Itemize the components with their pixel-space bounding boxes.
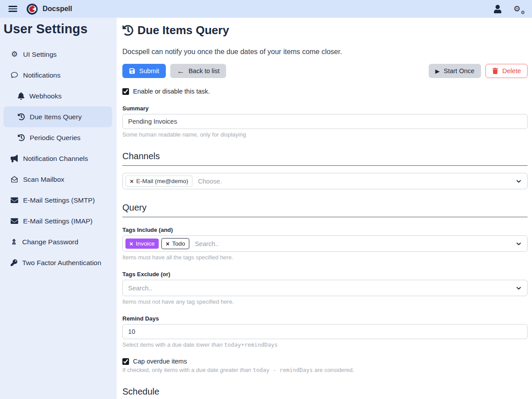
history-icon — [18, 134, 25, 141]
chevron-down-icon[interactable] — [516, 241, 522, 247]
key-icon — [11, 259, 17, 266]
channel-chip: × E-Mail (me@demo) — [125, 176, 192, 187]
channels-heading: Channels — [122, 151, 528, 166]
sidebar-menu: ⚙ UI Settings Notifications Webhooks Due… — [0, 44, 117, 273]
trash-icon — [492, 68, 498, 74]
tag-chip-invoice: × Invoice — [125, 239, 159, 249]
history-icon — [18, 113, 25, 121]
tags-include-select[interactable]: × Invoice × Todo Search.. — [122, 235, 528, 252]
chevron-down-icon[interactable] — [516, 285, 522, 291]
hamburger-menu-icon[interactable] — [8, 6, 17, 12]
sidebar-item-notifications[interactable]: Notifications — [4, 65, 112, 86]
top-navbar: Docspell ⚙ ⚙ — [0, 0, 532, 18]
sidebar-item-email-smtp[interactable]: E-Mail Settings (SMTP) — [4, 190, 112, 211]
envelope-icon — [11, 196, 18, 204]
save-icon — [129, 68, 135, 74]
sidebar: User Settings ⚙ UI Settings Notification… — [0, 18, 117, 399]
sidebar-item-email-imap[interactable]: E-Mail Settings (IMAP) — [4, 211, 112, 231]
sidebar-item-ui-settings[interactable]: ⚙ UI Settings — [4, 44, 112, 65]
tags-exclude-select[interactable]: Search.. — [122, 280, 528, 296]
user-secret-icon — [11, 238, 17, 246]
gear-icon: ⚙ — [11, 51, 18, 58]
query-heading: Query — [122, 203, 528, 217]
page-description: Docspell can notify you once the due dat… — [122, 48, 528, 56]
remind-days-helper: Select items with a due date lower than … — [122, 341, 528, 348]
enable-task-checkbox-row: Enable or disable this task. — [122, 88, 528, 95]
brand[interactable]: Docspell — [26, 3, 72, 15]
tag-chip-todo: × Todo — [161, 238, 189, 249]
tags-exclude-label: Tags Exclude (or) — [122, 271, 528, 278]
comment-icon — [11, 71, 18, 79]
button-row: Submit ← Back to list ▶ Start Once Delet… — [122, 64, 528, 78]
page-title: Due Items Query — [122, 23, 528, 37]
bell-icon — [18, 92, 24, 100]
envelope-icon — [11, 217, 18, 225]
main-content: Due Items Query Docspell can notify you … — [117, 18, 532, 399]
user-icon[interactable] — [493, 5, 502, 13]
cap-overdue-helper: If checked, only items with a due date g… — [122, 367, 528, 373]
tags-include-helper: Items must have all the tags specified h… — [122, 254, 528, 261]
sidebar-title: User Settings — [4, 22, 117, 36]
envelope-open-icon — [11, 176, 18, 183]
docspell-logo-icon — [26, 3, 38, 15]
channels-select[interactable]: × E-Mail (me@demo) Choose. — [122, 173, 528, 189]
delete-button[interactable]: Delete — [485, 64, 528, 78]
tags-include-placeholder: Search.. — [195, 240, 219, 247]
tags-exclude-helper: Items must not have any tag specified he… — [122, 298, 528, 305]
remove-chip-icon[interactable]: × — [129, 241, 133, 247]
sidebar-item-webhooks[interactable]: Webhooks — [4, 86, 112, 106]
chevron-down-icon[interactable] — [516, 178, 522, 184]
tags-include-label: Tags Include (and) — [122, 227, 528, 233]
play-icon: ▶ — [435, 68, 440, 74]
back-to-list-button[interactable]: ← Back to list — [170, 64, 226, 78]
sidebar-item-scan-mailbox[interactable]: Scan Mailbox — [4, 169, 112, 190]
summary-input[interactable] — [122, 114, 528, 129]
cap-overdue-checkbox-row: Cap overdue items — [122, 358, 528, 365]
tags-exclude-placeholder: Search.. — [128, 285, 152, 292]
sidebar-item-due-items-query[interactable]: Due Items Query — [4, 106, 112, 127]
remind-days-input[interactable] — [122, 324, 528, 339]
remove-chip-icon[interactable]: × — [166, 241, 169, 247]
sidebar-item-notification-channels[interactable]: Notification Channels — [4, 148, 112, 169]
summary-label: Summary — [122, 105, 528, 112]
start-once-button[interactable]: ▶ Start Once — [429, 64, 481, 78]
summary-helper: Some human readable name, only for displ… — [122, 131, 528, 138]
remind-days-label: Remind Days — [122, 315, 528, 322]
submit-button[interactable]: Submit — [122, 64, 166, 78]
history-icon — [122, 25, 133, 36]
arrow-left-icon: ← — [177, 67, 184, 75]
enable-task-checkbox[interactable] — [122, 88, 129, 95]
sidebar-item-change-password[interactable]: Change Password — [4, 231, 112, 252]
gears-icon[interactable]: ⚙ ⚙ — [513, 4, 524, 14]
remove-chip-icon[interactable]: × — [130, 178, 133, 184]
sidebar-item-periodic-queries[interactable]: Periodic Queries — [4, 127, 112, 148]
bullhorn-icon — [11, 155, 18, 162]
sidebar-item-two-factor[interactable]: Two Factor Authentication — [4, 252, 112, 273]
channels-placeholder: Choose. — [198, 178, 222, 185]
brand-name: Docspell — [43, 5, 72, 13]
schedule-heading: Schedule — [122, 387, 528, 399]
cap-overdue-checkbox[interactable] — [122, 358, 129, 365]
